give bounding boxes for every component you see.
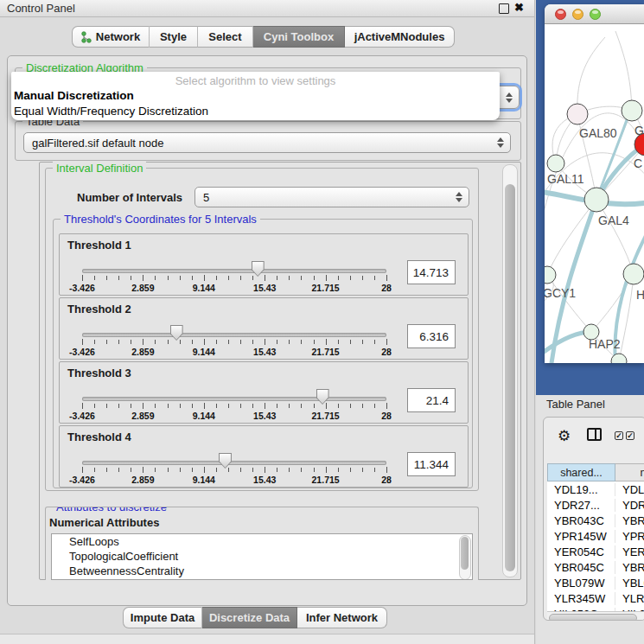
close-icon[interactable]: ✖ [514,1,524,14]
tab-infer-network-label: Infer Network [306,611,378,624]
gear-icon[interactable]: ⚙ [558,428,571,445]
table-horizontal-scrollbar-thumb[interactable] [549,614,637,622]
attributes-scrollbar[interactable] [459,535,471,580]
table-cell-shared-name[interactable]: YDR27... [547,499,615,512]
table-cell-shared-name[interactable]: YLR345W [547,592,615,605]
interval-definition-label: Interval Definition [53,162,146,175]
slider-tick-label: -3.426 [69,347,95,357]
control-panel: Control Panel ✖ Network Style Select [0,0,535,644]
popup-item-manual-discretization[interactable]: Manual Discretization [11,87,500,103]
numerical-attribute-item[interactable]: TopologicalCoefficient [52,549,472,564]
threshold-value-field[interactable]: 21.4 [407,388,456,412]
table-row[interactable]: YBR043CYBR0 [547,513,644,528]
numerical-attributes-list[interactable]: SelfLoopsTopologicalCoefficientBetweenne… [51,533,473,580]
settings-scrollbar-thumb[interactable] [505,184,515,571]
slider-track[interactable] [82,333,386,337]
slider-track[interactable] [82,269,386,273]
number-of-intervals-combobox[interactable]: 5 [194,187,469,207]
network-node-gal4[interactable] [584,188,609,212]
numerical-attribute-item[interactable]: BetweennessCentrality [52,564,472,578]
table-cell-name[interactable]: YBR0 [615,561,644,574]
tab-jactivemnodules-label: jActiveMNodules [354,30,445,43]
network-window-titlebar[interactable] [545,4,644,24]
slider-tick [118,404,119,408]
table-row[interactable]: YER054CYER0 [547,544,644,559]
table-cell-shared-name[interactable]: YPR145W [547,530,615,543]
settings-scrollbar[interactable] [502,164,518,577]
slider-tick [168,404,169,408]
table-horizontal-scrollbar[interactable] [547,611,644,621]
table-row[interactable]: YPR145WYPR1 [547,528,644,544]
slider-tick [155,468,156,472]
table-cell-name[interactable]: YDR2 [615,499,644,512]
tab-network[interactable]: Network [72,26,150,48]
slider-thumb-face [171,326,182,340]
table-cell-shared-name[interactable]: YDL19... [547,483,615,496]
slider-tick-label: 15.43 [253,283,276,293]
network-canvas[interactable]: GAL80GACGAL11GAL4GCY1HHAP2 [545,24,644,363]
slider-tick [155,276,156,280]
network-node-h[interactable] [623,264,644,284]
panel-title: Control Panel [7,2,75,15]
slider-thumb[interactable] [316,389,329,405]
slider-thumb[interactable] [219,453,232,469]
slider-tick-label: 15.43 [253,347,276,357]
slider-track[interactable] [82,397,386,401]
table-cell-shared-name[interactable]: YER054C [547,545,615,558]
network-node-gal11[interactable] [547,155,564,172]
slider-tick [326,339,327,345]
slider-tick-label: 9.144 [193,283,215,293]
tab-infer-network[interactable]: Infer Network [297,607,387,628]
network-node-label: GCY1 [545,286,576,300]
table-cell-shared-name[interactable]: YBR043C [547,514,615,527]
table-row[interactable]: YLR345WYLR3 [547,590,644,606]
threshold-value-field[interactable]: 11.344 [407,452,456,476]
threshold-value-field[interactable]: 6.316 [407,324,456,348]
table-cell-name[interactable]: YBL0 [615,577,644,590]
table-row[interactable]: YBR045CYBR0 [547,559,644,575]
slider-tick [265,275,265,281]
slider-track[interactable] [82,461,386,465]
network-node-ga[interactable] [622,100,642,121]
table-data-value: galFiltered.sif default node [32,137,163,150]
close-traffic-light-icon[interactable] [555,9,566,20]
tab-style[interactable]: Style [150,26,198,48]
table-data-combobox[interactable]: galFiltered.sif default node [23,132,511,153]
slider-tick [314,340,315,344]
threshold-value-field[interactable]: 14.713 [407,260,456,284]
column-layout-icon[interactable] [587,428,602,441]
slider-tick [180,276,181,280]
float-panel-icon[interactable] [499,3,509,14]
slider-thumb[interactable] [170,325,183,341]
network-node-gcy1[interactable] [545,266,556,284]
settings-scroll-panel: Interval Definition Number of Intervals … [39,162,521,580]
minimize-traffic-light-icon[interactable] [572,9,583,20]
popup-item-equal-width-frequency[interactable]: Equal Width/Frequency Discretization [11,103,500,118]
checkbox-icon[interactable]: ✓ [626,431,634,440]
tab-cyni-toolbox[interactable]: Cyni Toolbox [253,26,345,48]
table-cell-shared-name[interactable]: YBL079W [547,577,615,590]
table-cell-name[interactable]: YER0 [615,545,644,558]
algorithm-dropdown-popup: Select algorithm to view settings Manual… [11,72,500,120]
numerical-attribute-item[interactable]: SelfLoops [52,534,472,549]
network-node-gal80[interactable] [567,104,588,124]
table-row[interactable]: YDR27...YDR2 [547,497,644,513]
table-cell-name[interactable]: YLR3 [615,592,644,605]
tab-impute-data[interactable]: Impute Data [123,607,202,628]
tab-jactivemnodules[interactable]: jActiveMNodules [345,26,455,48]
column-header-shared-name[interactable]: shared... [547,463,615,481]
table-row[interactable]: YDL19...YDL1 [547,481,644,497]
attributes-scrollbar-thumb[interactable] [461,537,469,570]
table-cell-name[interactable]: YPR1 [615,530,644,543]
checkbox-icon[interactable]: ✓ [615,431,623,440]
tab-select[interactable]: Select [198,26,253,48]
table-cell-name[interactable]: YDL1 [615,483,644,496]
slider-thumb[interactable] [252,261,265,277]
zoom-traffic-light-icon[interactable] [590,9,601,20]
slider-tick [118,340,119,344]
table-row[interactable]: YBL079WYBL0 [547,575,644,590]
column-header-name[interactable]: na [615,463,644,481]
table-cell-shared-name[interactable]: YBR045C [547,561,615,574]
table-cell-name[interactable]: YBR0 [615,514,644,527]
tab-discretize-data[interactable]: Discretize Data [202,607,297,628]
